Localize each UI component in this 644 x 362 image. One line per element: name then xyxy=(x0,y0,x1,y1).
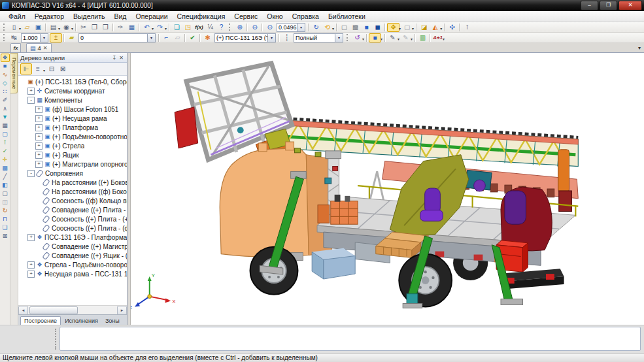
tree-item[interactable]: Соосность ((+) Плита - (ф) Корпус) xyxy=(18,223,127,233)
section-line-icon[interactable]: ╱ xyxy=(1,173,9,181)
tree-item[interactable]: Соосность ((ф) Кольцо внутреннее - ( xyxy=(18,196,127,205)
tree-item[interactable]: +▣(+) Несущая рама xyxy=(18,114,127,123)
rotate-view-icon[interactable]: ⟲ xyxy=(322,23,333,31)
rotate-body-icon[interactable]: ↻ xyxy=(1,206,9,215)
plate-icon[interactable]: ▢ xyxy=(1,130,9,139)
grid-icon[interactable]: ▦ xyxy=(1,122,9,130)
tree-item[interactable]: +❖Несущая рама - ПСС-131 16Э xyxy=(18,269,127,278)
toolbar-overflow-icon[interactable]: ▾ xyxy=(638,45,644,52)
panel-close-icon[interactable]: ✕ xyxy=(118,55,125,61)
tree-item[interactable]: +❖Стрела - Подъёмно-поворотное устро xyxy=(18,260,127,269)
filter-icon[interactable]: ▼ xyxy=(1,113,9,122)
solid-display-icon[interactable]: ■ xyxy=(369,33,381,42)
expand-toggle[interactable]: - xyxy=(27,97,35,104)
hopper-frame[interactable] xyxy=(175,63,292,164)
scroll-left-icon[interactable]: ◂ xyxy=(18,306,28,315)
help-what-icon[interactable]: ? xyxy=(216,23,227,31)
redo-dropdown-icon[interactable]: ▾ xyxy=(165,26,167,31)
menu-window[interactable]: Окно xyxy=(262,12,287,20)
offset-icon[interactable]: ▰ xyxy=(66,33,77,42)
menu-view[interactable]: Вид xyxy=(109,12,131,20)
truck-body[interactable] xyxy=(220,142,332,257)
menu-service[interactable]: Сервис xyxy=(229,12,262,20)
offset-value-dropdown-icon[interactable]: ▾ xyxy=(147,34,155,42)
tree-item[interactable]: На расстоянии ((ф) Боковина - (+) Пл xyxy=(18,187,127,196)
shaded-edges-view-icon[interactable]: ◼ xyxy=(372,23,383,31)
extrude-icon[interactable]: ◧ xyxy=(1,181,9,189)
expand-toggle[interactable]: + xyxy=(27,234,35,241)
scale-combo[interactable]: 1.000▾ xyxy=(21,33,48,42)
edit-sheet-icon[interactable]: ▱ xyxy=(172,33,183,42)
expand-toggle[interactable]: + xyxy=(27,88,35,95)
points-array-icon[interactable]: ∷ xyxy=(1,88,9,96)
surface-icon[interactable]: ◇ xyxy=(1,79,9,88)
spline-icon[interactable]: ∿ xyxy=(1,71,9,79)
orientation-dropdown-icon[interactable]: ▾ xyxy=(399,26,401,31)
rebuild-icon[interactable]: ↺ xyxy=(352,33,363,42)
print-icon[interactable]: ▤ xyxy=(48,23,59,31)
pin-icon[interactable]: ↧ xyxy=(111,55,118,61)
measure-3d-icon[interactable]: ⊺ xyxy=(1,139,9,147)
tree-sections-icon[interactable]: ⊟ xyxy=(46,64,57,74)
save-document-icon[interactable]: ▣ xyxy=(33,23,44,31)
print-dropdown-icon[interactable]: ▾ xyxy=(58,26,60,31)
zoom-out-icon[interactable]: ⊖ xyxy=(249,23,260,31)
tree-item[interactable]: +❖ПСС-131 16Э - Платформа xyxy=(18,233,127,242)
scene-3d-icon[interactable]: ◳ xyxy=(182,23,194,31)
scroll-right-icon[interactable]: ▸ xyxy=(117,306,127,315)
expand-toggle[interactable]: + xyxy=(35,106,42,113)
tree-item[interactable]: +▣(+) Ящик xyxy=(18,150,127,159)
menu-operations[interactable]: Операции xyxy=(131,12,172,20)
close-button[interactable]: ✕ xyxy=(619,1,642,10)
exclude-icon[interactable]: ⊠ xyxy=(1,232,9,240)
dimensions-scale-icon[interactable]: ↹ xyxy=(8,33,20,42)
tree-item[interactable]: +▣(+) Магистрали опорного контура xyxy=(18,159,127,169)
cut-icon[interactable]: ✂ xyxy=(78,23,89,31)
paste-icon[interactable]: ❒ xyxy=(100,23,111,31)
toolbar-grip[interactable] xyxy=(3,24,7,31)
hide-objects-dropdown-icon[interactable]: ▾ xyxy=(412,26,414,31)
sketch-edit-icon[interactable]: ✎ xyxy=(400,33,411,42)
document-tab[interactable]: ▤ 4 ✕ xyxy=(26,43,52,52)
cube-outline-icon[interactable]: ▢ xyxy=(1,189,9,198)
snap-icon[interactable]: ± xyxy=(50,33,62,42)
toolbar-grip[interactable] xyxy=(347,34,350,41)
tree-item[interactable]: +▣(+) Стрела xyxy=(18,141,127,150)
perspective-dropdown-icon[interactable]: ▾ xyxy=(440,26,442,31)
expand-toggle[interactable]: + xyxy=(27,271,35,278)
expand-toggle[interactable]: + xyxy=(27,261,35,269)
scrollbar-thumb[interactable] xyxy=(29,306,78,314)
tree-item[interactable]: На расстоянии ((+) Боковина - (+) Ло xyxy=(18,178,127,187)
angle-icon[interactable]: ∧ xyxy=(1,105,9,113)
hide-objects-icon[interactable]: ▢ xyxy=(401,23,413,31)
solid-display-dropdown-icon[interactable]: ▾ xyxy=(381,37,382,41)
document-check-icon[interactable]: ✔ xyxy=(187,33,198,42)
offset-value-combo[interactable]: 0▾ xyxy=(78,33,156,42)
window-layout-icon[interactable]: ❏ xyxy=(171,23,182,31)
tree-item[interactable]: ▣(+) ПСС-131 16Э (Тел-0, Сборочных едини… xyxy=(18,77,127,86)
mate-icon[interactable]: ✐ xyxy=(1,96,9,105)
tree-item[interactable]: -▦Компоненты xyxy=(18,95,127,105)
zoom-area-icon[interactable]: ⊙ xyxy=(264,23,275,31)
expand-toggle[interactable]: + xyxy=(35,152,42,159)
tree-tab-Исполнения[interactable]: Исполнения xyxy=(61,317,101,325)
ghost-body-icon[interactable]: ◫ xyxy=(1,198,9,206)
expand-toggle[interactable]: - xyxy=(27,170,35,177)
tree-item[interactable]: +✛Системы координат xyxy=(18,86,127,95)
expand-toggle[interactable]: + xyxy=(35,133,42,140)
menu-select[interactable]: Выделить xyxy=(69,12,109,20)
print-preview-icon[interactable]: ◉ xyxy=(61,23,72,31)
toolbar-grip[interactable] xyxy=(229,24,232,31)
sketch-edit-dropdown-icon[interactable]: ▾ xyxy=(411,37,413,41)
expand-toggle[interactable]: + xyxy=(35,124,42,131)
open-document-icon[interactable]: ▱ xyxy=(22,23,33,31)
tree-structure-icon[interactable]: ⊩ xyxy=(20,63,32,74)
tree-item[interactable]: Соосность ((+) Плита - (+) Шестерня) xyxy=(18,214,127,223)
tree-item[interactable]: Совпадение ((+) Плита - (+) Шестерня xyxy=(18,205,127,214)
aux-axis-icon[interactable]: ✛ xyxy=(1,156,9,164)
tree-relations-icon[interactable]: ⊠ xyxy=(58,64,68,74)
copy-properties-icon[interactable]: ✑ xyxy=(115,23,126,31)
print-preview-dropdown-icon[interactable]: ▾ xyxy=(71,26,73,31)
expand-toggle[interactable]: + xyxy=(35,142,42,150)
load-mode-icon[interactable]: ┆ xyxy=(281,33,292,42)
